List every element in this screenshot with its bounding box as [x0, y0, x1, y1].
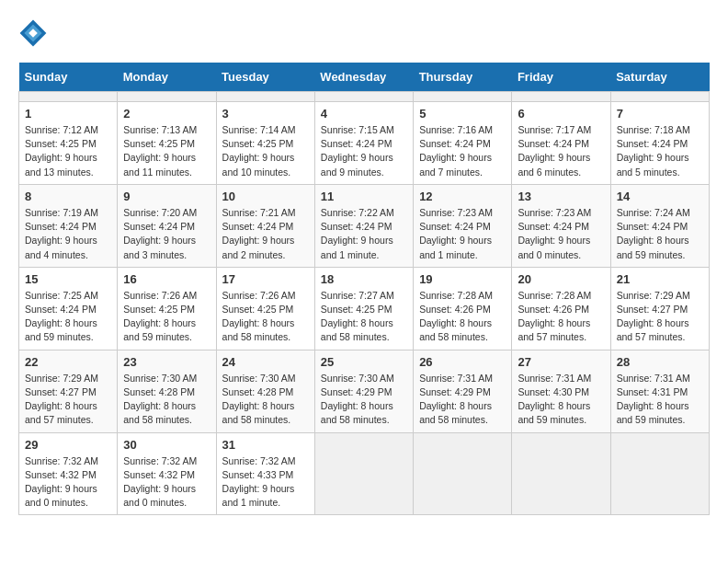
day-number: 28: [617, 355, 703, 369]
day-number: 30: [123, 438, 210, 452]
day-number: 27: [518, 355, 604, 369]
calendar-cell: 11Sunrise: 7:22 AM Sunset: 4:24 PM Dayli…: [314, 184, 413, 267]
calendar-cell: [414, 432, 512, 515]
calendar-cell: 14Sunrise: 7:24 AM Sunset: 4:24 PM Dayli…: [610, 184, 709, 267]
calendar-cell: 30Sunrise: 7:32 AM Sunset: 4:32 PM Dayli…: [118, 432, 216, 515]
day-info: Sunrise: 7:23 AM Sunset: 4:24 PM Dayligh…: [518, 206, 604, 262]
calendar-cell: [216, 92, 314, 102]
calendar-cell: 21Sunrise: 7:29 AM Sunset: 4:27 PM Dayli…: [610, 267, 709, 350]
calendar-cell: 19Sunrise: 7:28 AM Sunset: 4:26 PM Dayli…: [414, 267, 512, 350]
calendar-cell: 15Sunrise: 7:25 AM Sunset: 4:24 PM Dayli…: [19, 267, 118, 350]
weekday-header-monday: Monday: [118, 63, 216, 92]
day-number: 14: [617, 190, 703, 203]
calendar-cell: 8Sunrise: 7:19 AM Sunset: 4:24 PM Daylig…: [19, 184, 118, 267]
day-info: Sunrise: 7:32 AM Sunset: 4:32 PM Dayligh…: [123, 454, 210, 511]
calendar-cell: [414, 92, 512, 102]
calendar-cell: 13Sunrise: 7:23 AM Sunset: 4:24 PM Dayli…: [512, 184, 610, 267]
day-number: 25: [321, 355, 407, 369]
calendar-cell: 6Sunrise: 7:17 AM Sunset: 4:24 PM Daylig…: [512, 102, 610, 185]
calendar-cell: 16Sunrise: 7:26 AM Sunset: 4:25 PM Dayli…: [118, 267, 216, 350]
day-info: Sunrise: 7:28 AM Sunset: 4:26 PM Dayligh…: [518, 289, 604, 345]
calendar-header: SundayMondayTuesdayWednesdayThursdayFrid…: [19, 63, 710, 92]
calendar-cell: 28Sunrise: 7:31 AM Sunset: 4:31 PM Dayli…: [610, 350, 709, 432]
day-number: 6: [518, 107, 604, 121]
calendar-cell: 3Sunrise: 7:14 AM Sunset: 4:25 PM Daylig…: [216, 102, 314, 185]
day-info: Sunrise: 7:21 AM Sunset: 4:24 PM Dayligh…: [222, 206, 309, 262]
calendar-table: SundayMondayTuesdayWednesdayThursdayFrid…: [18, 63, 710, 515]
day-number: 31: [222, 438, 309, 452]
day-number: 18: [321, 272, 407, 286]
day-number: 29: [25, 438, 111, 452]
day-info: Sunrise: 7:30 AM Sunset: 4:28 PM Dayligh…: [123, 372, 210, 428]
calendar-cell: 5Sunrise: 7:16 AM Sunset: 4:24 PM Daylig…: [414, 102, 512, 185]
day-info: Sunrise: 7:13 AM Sunset: 4:25 PM Dayligh…: [123, 123, 210, 179]
calendar-cell: 7Sunrise: 7:18 AM Sunset: 4:24 PM Daylig…: [610, 102, 709, 185]
calendar-cell: 25Sunrise: 7:30 AM Sunset: 4:29 PM Dayli…: [314, 350, 413, 432]
page-header: [18, 18, 710, 48]
day-number: 15: [25, 272, 111, 286]
day-number: 17: [222, 272, 309, 286]
calendar-cell: 29Sunrise: 7:32 AM Sunset: 4:32 PM Dayli…: [19, 432, 118, 515]
calendar-cell: [512, 432, 610, 515]
calendar-cell: [610, 92, 709, 102]
calendar-cell: 18Sunrise: 7:27 AM Sunset: 4:25 PM Dayli…: [314, 267, 413, 350]
day-info: Sunrise: 7:19 AM Sunset: 4:24 PM Dayligh…: [25, 206, 111, 262]
day-number: 7: [617, 107, 703, 121]
day-info: Sunrise: 7:14 AM Sunset: 4:25 PM Dayligh…: [222, 123, 309, 179]
day-number: 22: [25, 355, 111, 369]
calendar-week-2: 8Sunrise: 7:19 AM Sunset: 4:24 PM Daylig…: [19, 184, 710, 267]
calendar-cell: 4Sunrise: 7:15 AM Sunset: 4:24 PM Daylig…: [314, 102, 413, 185]
day-number: 26: [419, 355, 506, 369]
calendar-cell: 17Sunrise: 7:26 AM Sunset: 4:25 PM Dayli…: [216, 267, 314, 350]
day-number: 20: [518, 272, 604, 286]
weekday-header-tuesday: Tuesday: [216, 63, 314, 92]
day-number: 12: [419, 190, 506, 203]
calendar-cell: 1Sunrise: 7:12 AM Sunset: 4:25 PM Daylig…: [19, 102, 118, 185]
logo: [18, 18, 51, 48]
day-number: 3: [222, 107, 309, 121]
day-info: Sunrise: 7:17 AM Sunset: 4:24 PM Dayligh…: [518, 123, 604, 179]
day-number: 13: [518, 190, 604, 203]
day-number: 9: [123, 190, 210, 203]
day-info: Sunrise: 7:24 AM Sunset: 4:24 PM Dayligh…: [617, 206, 703, 262]
weekday-header-thursday: Thursday: [414, 63, 512, 92]
day-info: Sunrise: 7:16 AM Sunset: 4:24 PM Dayligh…: [419, 123, 506, 179]
calendar-week-5: 29Sunrise: 7:32 AM Sunset: 4:32 PM Dayli…: [19, 432, 710, 515]
weekday-header-saturday: Saturday: [610, 63, 709, 92]
day-info: Sunrise: 7:29 AM Sunset: 4:27 PM Dayligh…: [617, 289, 703, 345]
day-number: 21: [617, 272, 703, 286]
day-info: Sunrise: 7:26 AM Sunset: 4:25 PM Dayligh…: [222, 289, 309, 345]
calendar-week-4: 22Sunrise: 7:29 AM Sunset: 4:27 PM Dayli…: [19, 350, 710, 432]
day-info: Sunrise: 7:23 AM Sunset: 4:24 PM Dayligh…: [419, 206, 506, 262]
calendar-week-1: 1Sunrise: 7:12 AM Sunset: 4:25 PM Daylig…: [19, 102, 710, 185]
day-info: Sunrise: 7:28 AM Sunset: 4:26 PM Dayligh…: [419, 289, 506, 345]
calendar-cell: 12Sunrise: 7:23 AM Sunset: 4:24 PM Dayli…: [414, 184, 512, 267]
calendar-cell: [512, 92, 610, 102]
weekday-header-friday: Friday: [512, 63, 610, 92]
calendar-cell: [118, 92, 216, 102]
day-info: Sunrise: 7:31 AM Sunset: 4:29 PM Dayligh…: [419, 372, 506, 428]
day-info: Sunrise: 7:12 AM Sunset: 4:25 PM Dayligh…: [25, 123, 111, 179]
day-number: 23: [123, 355, 210, 369]
weekday-header-sunday: Sunday: [19, 63, 118, 92]
calendar-body: 1Sunrise: 7:12 AM Sunset: 4:25 PM Daylig…: [19, 92, 710, 515]
day-number: 11: [321, 190, 407, 203]
calendar-cell: [610, 432, 709, 515]
day-number: 24: [222, 355, 309, 369]
day-info: Sunrise: 7:22 AM Sunset: 4:24 PM Dayligh…: [321, 206, 407, 262]
calendar-cell: 20Sunrise: 7:28 AM Sunset: 4:26 PM Dayli…: [512, 267, 610, 350]
day-info: Sunrise: 7:31 AM Sunset: 4:30 PM Dayligh…: [518, 372, 604, 428]
day-number: 4: [321, 107, 407, 121]
calendar-cell: 2Sunrise: 7:13 AM Sunset: 4:25 PM Daylig…: [118, 102, 216, 185]
calendar-cell: 31Sunrise: 7:32 AM Sunset: 4:33 PM Dayli…: [216, 432, 314, 515]
day-number: 10: [222, 190, 309, 203]
day-info: Sunrise: 7:20 AM Sunset: 4:24 PM Dayligh…: [123, 206, 210, 262]
weekday-header-row: SundayMondayTuesdayWednesdayThursdayFrid…: [19, 63, 710, 92]
day-info: Sunrise: 7:29 AM Sunset: 4:27 PM Dayligh…: [25, 372, 111, 428]
day-info: Sunrise: 7:15 AM Sunset: 4:24 PM Dayligh…: [321, 123, 407, 179]
day-info: Sunrise: 7:30 AM Sunset: 4:29 PM Dayligh…: [321, 372, 407, 428]
day-number: 1: [25, 107, 111, 121]
calendar-cell: 27Sunrise: 7:31 AM Sunset: 4:30 PM Dayli…: [512, 350, 610, 432]
day-info: Sunrise: 7:26 AM Sunset: 4:25 PM Dayligh…: [123, 289, 210, 345]
weekday-header-wednesday: Wednesday: [314, 63, 413, 92]
